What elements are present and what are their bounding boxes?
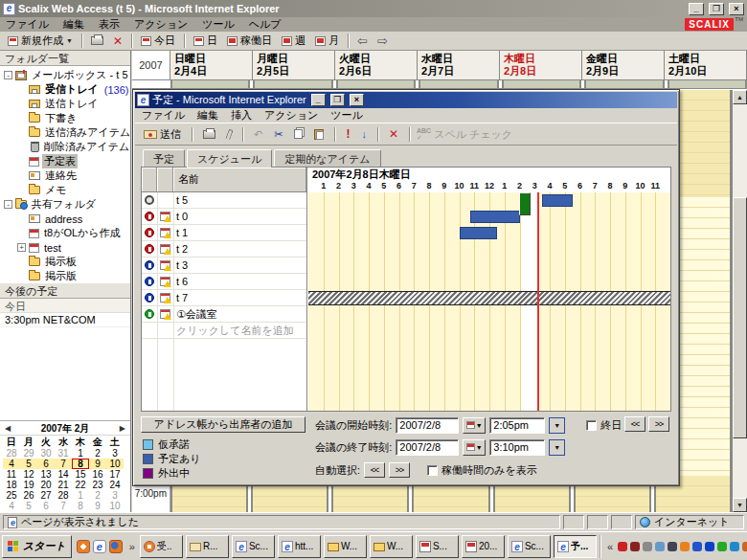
new-button[interactable]: 新規作成 ▼: [4, 33, 77, 50]
attendee-row[interactable]: t 7: [142, 290, 306, 306]
firefox-icon[interactable]: [109, 540, 123, 553]
taskbar-button[interactable]: S...: [416, 535, 459, 558]
autoselect-back-button[interactable]: <<: [364, 462, 385, 478]
minical-day-cell[interactable]: 18: [3, 480, 20, 490]
menu-item[interactable]: 表示: [99, 17, 120, 32]
delete-button[interactable]: ✕: [109, 33, 126, 50]
autoselect-forward-button[interactable]: >>: [389, 462, 410, 478]
scroll-grid-back-button[interactable]: <<: [624, 416, 645, 432]
expand-icon[interactable]: +: [17, 243, 26, 252]
minical-day-cell[interactable]: 3: [106, 448, 124, 459]
upcoming-event[interactable]: 3:30pm NET&COM: [0, 313, 130, 327]
dialog-menu-item[interactable]: アクション: [264, 108, 318, 123]
minical-day-cell[interactable]: 2: [89, 490, 106, 501]
minical-day-cell[interactable]: 14: [55, 469, 72, 480]
sidebar-item-t8がOLから作成[interactable]: t8がOLから作成: [0, 226, 130, 240]
minical-day-cell[interactable]: 23: [89, 480, 106, 490]
next-month-button[interactable]: ▶: [120, 424, 125, 433]
scroll-up-button[interactable]: ▲: [733, 90, 747, 104]
minical-day-cell[interactable]: 15: [72, 469, 89, 480]
taskbar-button[interactable]: W...: [370, 535, 413, 558]
day-header-2月9日[interactable]: 金曜日2月9日: [582, 51, 665, 79]
taskbar-button[interactable]: eSc...: [508, 535, 551, 558]
volume-muted-icon[interactable]: [643, 542, 652, 551]
menu-item[interactable]: アクション: [134, 17, 188, 32]
sidebar-item-送信済みアイテム[interactable]: 送信済みアイテム: [0, 125, 130, 140]
dialog-menu-item[interactable]: ツール: [330, 108, 363, 123]
sidebar-item-共有フォルダ[interactable]: -共有フォルダ: [0, 197, 130, 212]
sidebar-item-連絡先[interactable]: 連絡先: [0, 168, 130, 183]
minical-day-cell[interactable]: 21: [55, 480, 72, 490]
sidebar-item-削除済みアイテム[interactable]: 削除済みアイテム: [0, 140, 130, 154]
attach-button[interactable]: [223, 125, 236, 143]
minimize-button[interactable]: _: [689, 3, 704, 15]
sync-icon[interactable]: [692, 542, 702, 551]
print-button[interactable]: [199, 125, 219, 143]
minical-day-cell[interactable]: 12: [20, 469, 37, 480]
sidebar-item-メモ[interactable]: メモ: [0, 183, 130, 197]
display-icon[interactable]: [668, 542, 677, 551]
allday-cell[interactable]: [419, 80, 498, 88]
minical-day-cell[interactable]: 17: [106, 469, 124, 480]
minical-day-cell[interactable]: 7: [55, 501, 72, 511]
end-date-input[interactable]: 2007/2/8: [396, 439, 459, 456]
day-header-2月6日[interactable]: 火曜日2月6日: [335, 51, 418, 79]
minical-day-cell[interactable]: 5: [20, 501, 37, 511]
dialog-menu-item[interactable]: 挿入: [231, 108, 252, 123]
scroll-grid-forward-button[interactable]: >>: [648, 416, 669, 432]
scalix-clock-icon[interactable]: [680, 542, 690, 551]
attendee-row[interactable]: t 6: [142, 274, 306, 290]
attendee-row[interactable]: t 2: [142, 241, 306, 258]
day-header-2月7日[interactable]: 水曜日2月7日: [418, 51, 500, 79]
minical-day-cell[interactable]: 13: [37, 469, 55, 480]
minical-day-cell[interactable]: 6: [37, 459, 55, 469]
allday-cell[interactable]: [336, 80, 416, 88]
tab-予定[interactable]: 予定: [143, 149, 185, 167]
sidebar-item-下書き[interactable]: 下書き: [0, 111, 130, 125]
minical-day-cell[interactable]: 24: [106, 480, 124, 490]
scroll-down-button[interactable]: ▼: [733, 498, 747, 512]
start-date-input[interactable]: 2007/2/8: [396, 417, 459, 434]
minical-day-cell[interactable]: 28: [3, 448, 20, 459]
start-time-dropdown[interactable]: ▼: [549, 417, 565, 434]
sidebar-item-test[interactable]: +test: [0, 240, 130, 255]
free-busy-grid[interactable]: [308, 192, 670, 411]
minical-day-cell[interactable]: 8: [72, 501, 89, 511]
ie-icon[interactable]: e: [93, 540, 106, 553]
scroll-thumb[interactable]: [733, 197, 747, 438]
minical-day-cell[interactable]: 19: [20, 480, 37, 490]
minical-day-cell[interactable]: 16: [89, 469, 106, 480]
start-date-picker-button[interactable]: ▼: [463, 417, 486, 434]
dialog-restore-button[interactable]: ❐: [330, 94, 345, 106]
minical-day-cell[interactable]: 4: [3, 501, 20, 511]
minical-day-cell[interactable]: 25: [3, 490, 20, 501]
minical-day-cell[interactable]: 31: [55, 448, 72, 459]
minical-day-cell[interactable]: 2: [89, 448, 106, 459]
sidebar-item-メールボックス - t 5[interactable]: -メールボックス - t 5: [0, 68, 130, 82]
tab-スケジュール[interactable]: スケジュール: [187, 149, 272, 168]
taskbar-button[interactable]: 20...: [462, 535, 505, 558]
start-time-input[interactable]: 2:05pm: [489, 417, 545, 434]
send-button[interactable]: 送信: [140, 125, 185, 143]
allday-cell[interactable]: [584, 80, 664, 88]
taskbar-button[interactable]: eSc...: [232, 535, 275, 558]
vertical-scrollbar[interactable]: ▲ ▼: [732, 90, 747, 512]
workhours-checkbox[interactable]: [427, 465, 438, 476]
sidebar-item-掲示版[interactable]: 掲示版: [0, 269, 130, 283]
minical-day-cell[interactable]: 9: [89, 459, 106, 469]
sidebar-item-受信トレイ[interactable]: 受信トレイ(136): [0, 82, 130, 97]
workweek-view-button[interactable]: 稼働日: [223, 33, 276, 50]
scalix-clock-icon[interactable]: [77, 540, 90, 553]
end-time-dropdown[interactable]: ▼: [549, 439, 565, 456]
paste-button[interactable]: [310, 125, 328, 143]
minical-day-cell[interactable]: 11: [3, 469, 20, 480]
allday-cell[interactable]: [170, 80, 250, 88]
minical-day-cell[interactable]: 30: [37, 448, 55, 459]
collapse-icon[interactable]: -: [4, 200, 12, 209]
taskbar-button[interactable]: R...: [186, 535, 229, 558]
print-button[interactable]: [87, 33, 107, 50]
minical-day-cell[interactable]: 28: [55, 490, 72, 501]
spellcheck-button[interactable]: ABC✓ スペル チェック: [417, 127, 512, 142]
back-button[interactable]: ⇦: [353, 33, 372, 50]
add-attendee-row[interactable]: クリックして名前を追加: [142, 323, 306, 339]
